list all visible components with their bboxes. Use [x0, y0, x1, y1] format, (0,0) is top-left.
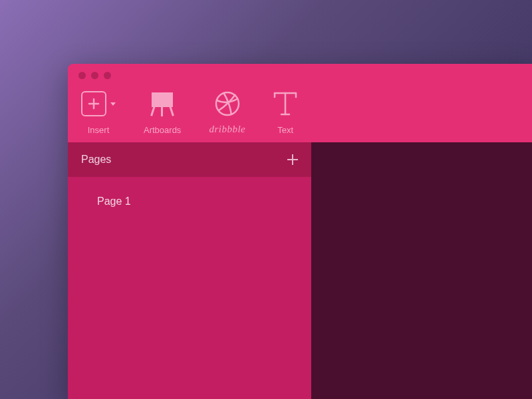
text-label: Text	[277, 125, 293, 135]
chevron-down-icon	[110, 102, 116, 106]
easel-icon	[150, 91, 175, 116]
text-tool[interactable]: Text	[273, 89, 297, 135]
page-item[interactable]: Page 1	[68, 190, 311, 213]
window-titlebar	[68, 64, 532, 86]
add-page-button[interactable]	[286, 153, 299, 166]
pages-title: Pages	[81, 154, 111, 166]
maximize-window-button[interactable]	[104, 72, 111, 79]
app-window: Insert Artboards	[68, 64, 532, 399]
page-list: Page 1	[68, 177, 311, 399]
sidebar: Pages Page 1	[68, 142, 311, 399]
text-t-icon	[273, 90, 297, 117]
plus-icon	[286, 153, 299, 166]
minimize-window-button[interactable]	[91, 72, 98, 79]
close-window-button[interactable]	[78, 72, 86, 79]
dribbble-tool[interactable]: dribbble	[209, 89, 245, 135]
insert-tool[interactable]: Insert	[81, 89, 116, 135]
pages-panel-header: Pages	[68, 142, 311, 177]
insert-label: Insert	[88, 125, 110, 135]
toolbar: Insert Artboards	[68, 86, 532, 142]
dribbble-ball-icon	[214, 90, 241, 117]
insert-icon-wrap	[81, 89, 116, 118]
dribbble-label: dribbble	[209, 124, 245, 135]
artboards-label: Artboards	[144, 125, 181, 135]
workspace: Pages Page 1	[68, 142, 532, 399]
insert-plus-icon	[81, 91, 106, 116]
canvas-area[interactable]	[311, 142, 532, 399]
artboards-tool[interactable]: Artboards	[144, 89, 181, 135]
